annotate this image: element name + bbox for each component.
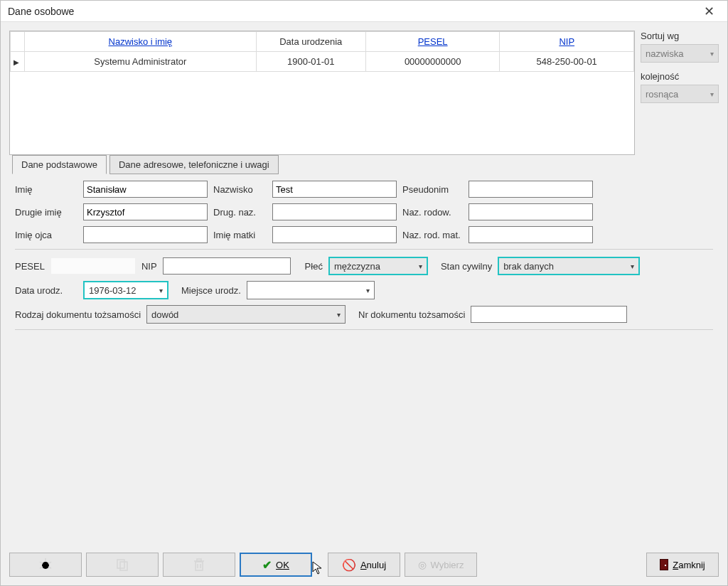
- chevron-down-icon: ▾: [419, 262, 422, 270]
- people-table[interactable]: Nazwisko i imię Data urodzenia PESEL NIP…: [9, 31, 635, 155]
- delete-button: [163, 553, 235, 577]
- drugnaz-label: Drug. naz.: [213, 207, 267, 218]
- dataurodz-label: Data urodz.: [15, 285, 77, 296]
- pseudonim-input[interactable]: [469, 181, 593, 198]
- imie-label: Imię: [15, 184, 77, 195]
- imie-input[interactable]: [83, 181, 208, 198]
- imieojca-input[interactable]: [83, 226, 208, 243]
- chevron-down-icon: ▾: [337, 311, 341, 319]
- pseudonim-label: Pseudonim: [402, 184, 463, 195]
- svg-rect-6: [117, 560, 124, 568]
- chevron-down-icon: ▾: [159, 287, 163, 294]
- nrdok-label: Nr dokumentu tożsamości: [358, 309, 465, 320]
- header-name-link[interactable]: Nazwisko i imię: [109, 36, 173, 47]
- rodzajdok-label: Rodzaj dokumentu tożsamości: [15, 309, 141, 320]
- nrdok-input[interactable]: [471, 306, 627, 323]
- stan-label: Stan cywilny: [441, 261, 492, 272]
- drugieimie-label: Drugie imię: [15, 207, 77, 218]
- chevron-down-icon: ▾: [631, 262, 634, 270]
- nip-label: NIP: [141, 261, 157, 272]
- rodzajdok-select[interactable]: dowód▾: [146, 305, 346, 324]
- plec-select[interactable]: mężczyzna▾: [328, 257, 428, 275]
- miejsce-label: Miejsce urodz.: [181, 285, 241, 296]
- tab-basic[interactable]: Dane podstawowe: [12, 155, 107, 174]
- miejsce-select[interactable]: ▾: [247, 281, 375, 299]
- nip-input[interactable]: [163, 257, 291, 275]
- imiematki-input[interactable]: [272, 226, 397, 243]
- header-nip-link[interactable]: NIP: [559, 36, 574, 47]
- dataurodz-select[interactable]: 1976-03-12▾: [83, 281, 168, 299]
- prohibit-icon: 🚫: [342, 558, 356, 572]
- header-birth: Data urodzenia: [256, 32, 365, 52]
- nazwisko-label: Nazwisko: [213, 184, 267, 195]
- select-button: ◎ Wybierz: [405, 553, 477, 577]
- close-icon[interactable]: ✕: [698, 2, 720, 21]
- stan-select[interactable]: brak danych▾: [498, 257, 640, 275]
- titlebar: Dane osobowe ✕: [1, 1, 727, 22]
- bug-button: [9, 553, 82, 577]
- chevron-down-icon: ▾: [366, 287, 370, 294]
- imieojca-label: Imię ojca: [15, 230, 77, 240]
- svg-point-0: [42, 562, 49, 569]
- drugieimie-input[interactable]: [83, 203, 208, 220]
- trash-icon: [193, 558, 205, 571]
- order-label: kolejność: [641, 71, 719, 82]
- svg-line-5: [48, 567, 51, 568]
- nazrodmat-input[interactable]: [469, 226, 593, 243]
- cancel-button[interactable]: 🚫 Anuluj: [328, 553, 400, 577]
- pesel-label: PESEL: [15, 261, 45, 272]
- nazrodmat-label: Naz. rod. mat.: [402, 230, 463, 240]
- chevron-down-icon: ▾: [710, 90, 714, 98]
- svg-rect-7: [120, 562, 127, 570]
- tab-address[interactable]: Dane adresowe, telefoniczne i uwagi: [109, 155, 279, 174]
- ok-button[interactable]: ✔ OK: [240, 553, 312, 577]
- header-pesel-link[interactable]: PESEL: [418, 36, 448, 47]
- svg-line-2: [40, 562, 43, 564]
- bug-icon: [38, 558, 53, 571]
- cursor-icon: [312, 561, 323, 575]
- svg-rect-8: [196, 562, 203, 570]
- pesel-input[interactable]: [50, 257, 136, 275]
- svg-line-4: [40, 567, 43, 568]
- drugnaz-input[interactable]: [272, 203, 397, 220]
- door-icon: [660, 559, 668, 570]
- close-button[interactable]: Zamknij: [646, 553, 719, 577]
- svg-rect-12: [197, 559, 201, 561]
- nazrodow-label: Naz. rodow.: [402, 207, 463, 218]
- target-icon: ◎: [418, 559, 427, 570]
- window-title: Dane osobowe: [8, 6, 74, 17]
- imiematki-label: Imię matki: [213, 230, 267, 240]
- sort-label: Sortuj wg: [641, 31, 719, 41]
- copy-button: [86, 553, 159, 577]
- row-indicator-icon: [11, 52, 25, 72]
- chevron-down-icon: ▾: [710, 50, 714, 58]
- nazwisko-input[interactable]: [272, 181, 397, 198]
- copy-icon: [116, 558, 129, 571]
- plec-label: Płeć: [305, 261, 323, 272]
- table-row[interactable]: Systemu Administrator 1900-01-01 0000000…: [11, 52, 634, 72]
- nazrodow-input[interactable]: [469, 203, 593, 220]
- order-select: rosnąca▾: [641, 85, 719, 103]
- svg-line-3: [48, 562, 51, 564]
- sort-select: nazwiska▾: [641, 44, 719, 63]
- personal-data-window: Dane osobowe ✕ Nazwisko i imię Da: [0, 0, 728, 586]
- checkmark-icon: ✔: [262, 558, 272, 572]
